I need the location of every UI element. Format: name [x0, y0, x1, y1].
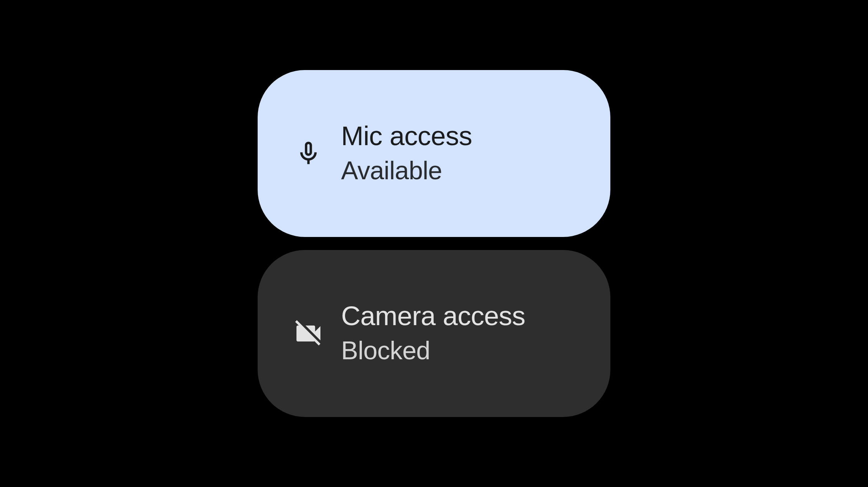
camera-access-tile[interactable]: Camera access Blocked [258, 250, 610, 417]
mic-icon [290, 135, 327, 172]
camera-tile-title: Camera access [341, 299, 525, 333]
mic-tile-title: Mic access [341, 119, 472, 153]
camera-tile-status: Blocked [341, 333, 525, 368]
quick-settings-tiles: Mic access Available Camera access Block… [258, 70, 610, 417]
mic-tile-status: Available [341, 154, 472, 188]
mic-access-tile[interactable]: Mic access Available [258, 70, 610, 237]
camera-tile-text: Camera access Blocked [341, 299, 525, 368]
camera-off-icon [290, 315, 327, 352]
mic-tile-text: Mic access Available [341, 119, 472, 188]
